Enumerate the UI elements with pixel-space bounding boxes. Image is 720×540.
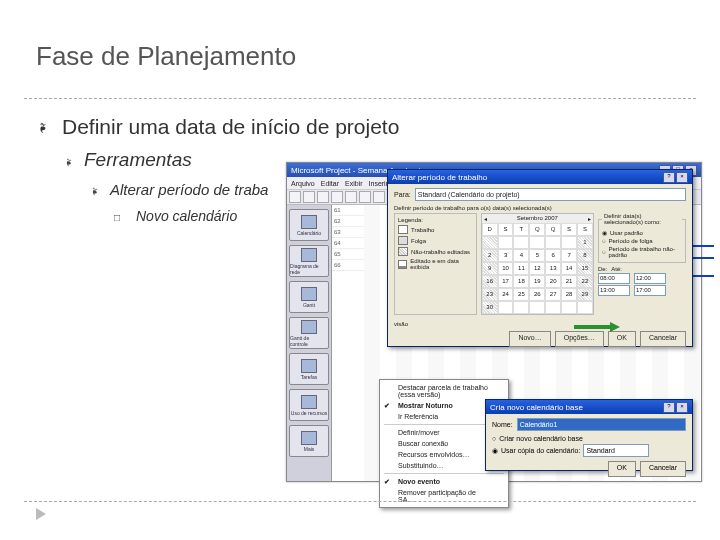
app-sidebar: Calendário Diagrama de rede Gantt Gantt …: [287, 205, 332, 481]
menu-item[interactable]: Destacar parcela de trabalho (essa versã…: [380, 382, 508, 400]
toolbar-button[interactable]: [303, 191, 315, 203]
hint-text: Definir período de trabalho para o(s) da…: [394, 205, 686, 211]
bullet-icon: [88, 181, 110, 198]
swatch-icon: [398, 247, 408, 256]
change-working-time-dialog: Alterar período de trabalho ?× Para: Sta…: [387, 169, 693, 347]
sidebar-item[interactable]: Gantt: [289, 281, 329, 313]
prev-month-icon[interactable]: ◂: [484, 215, 487, 222]
annotation-arrow-icon: [574, 322, 620, 332]
calendar-select[interactable]: Standard (Calendário do projeto): [415, 188, 686, 201]
swatch-icon: [398, 236, 408, 245]
sidebar-item[interactable]: Gantt de controle: [289, 317, 329, 349]
time-from-2[interactable]: 13:00: [598, 285, 630, 296]
bullet-lvl3: Alterar período de traba: [110, 181, 268, 198]
toolbar-button[interactable]: [345, 191, 357, 203]
slide-title: Fase de Planejamento: [0, 17, 720, 80]
task-row[interactable]: 65: [332, 249, 364, 260]
close-icon[interactable]: ×: [676, 172, 688, 183]
ok-button[interactable]: OK: [608, 461, 636, 477]
task-row[interactable]: 61: [332, 205, 364, 216]
menu-item[interactable]: Inserir: [369, 180, 388, 187]
new-calendar-dialog: Cria novo calendário base ?× Nome: Calen…: [485, 399, 693, 471]
toolbar-button[interactable]: [289, 191, 301, 203]
sidebar-item[interactable]: Diagrama de rede: [289, 245, 329, 277]
copy-select[interactable]: Standard: [583, 444, 649, 457]
sidebar-item[interactable]: Calendário: [289, 209, 329, 241]
radio-nonstd[interactable]: ○Período de trabalho não-padrão: [602, 246, 682, 258]
gantt-icon: [301, 287, 317, 301]
legend: Legenda: Trabalho Folga Não-trabalho edi…: [394, 213, 477, 315]
dialog-title: Alterar período de trabalho: [392, 173, 487, 182]
bullet-icon: [36, 115, 62, 139]
bullet-lvl4: Novo calendário: [136, 208, 237, 224]
para-label: Para:: [394, 191, 411, 198]
help-icon[interactable]: ?: [663, 172, 675, 183]
task-row[interactable]: 64: [332, 238, 364, 249]
swatch-icon: [398, 225, 408, 234]
dialog-title: Cria novo calendário base: [490, 403, 583, 412]
footer-divider: [24, 501, 696, 502]
cancel-button[interactable]: Cancelar: [640, 461, 686, 477]
new-button[interactable]: Novo…: [509, 331, 550, 347]
sidebar-item[interactable]: Tarefas: [289, 353, 329, 385]
swatch-icon: [398, 260, 407, 269]
time-to-2[interactable]: 17:00: [634, 285, 666, 296]
sidebar-item[interactable]: Mais: [289, 425, 329, 457]
next-month-icon[interactable]: ▸: [588, 215, 591, 222]
task-row[interactable]: 66: [332, 260, 364, 271]
bullet-icon: [62, 149, 84, 171]
toolbar-button[interactable]: [317, 191, 329, 203]
menu-item[interactable]: Remover participação de SA…: [380, 487, 508, 505]
bullet-icon: [114, 208, 136, 224]
bullet-lvl1: Definir uma data de início de projeto: [62, 115, 399, 139]
ok-button[interactable]: OK: [608, 331, 636, 347]
more-icon: [301, 431, 317, 445]
play-icon: [36, 508, 46, 520]
time-from-1[interactable]: 08:00: [598, 273, 630, 284]
options-button[interactable]: Opções…: [555, 331, 604, 347]
menu-item[interactable]: Arquivo: [291, 180, 315, 187]
menu-item[interactable]: Editar: [321, 180, 339, 187]
bullet-lvl2: Ferramentas: [84, 149, 192, 171]
time-to-1[interactable]: 12:00: [634, 273, 666, 284]
radio-folga[interactable]: ○Período de folga: [602, 238, 682, 244]
toolbar-button[interactable]: [373, 191, 385, 203]
radio-new-base[interactable]: ○Criar novo calendário base: [492, 435, 686, 442]
tasks-icon: [301, 359, 317, 373]
settings-column: Definir data(s) selecionado(s) como: ◉Us…: [598, 213, 686, 315]
cancel-button[interactable]: Cancelar: [640, 331, 686, 347]
name-label: Nome:: [492, 421, 513, 428]
toolbar-button[interactable]: [331, 191, 343, 203]
task-row[interactable]: 62: [332, 216, 364, 227]
resources-icon: [301, 395, 317, 409]
menu-item[interactable]: Exibir: [345, 180, 363, 187]
mini-calendar[interactable]: ◂Setembro 2007▸ DSTQQSS 1 2345678 910111…: [481, 213, 594, 315]
close-icon[interactable]: ×: [676, 402, 688, 413]
diagram-icon: [301, 248, 317, 262]
legend-title: Legenda:: [398, 217, 473, 223]
calendar-icon: [301, 215, 317, 229]
gantt-control-icon: [301, 320, 317, 334]
toolbar-button[interactable]: [359, 191, 371, 203]
sidebar-item[interactable]: Uso de recursos: [289, 389, 329, 421]
embedded-screenshot: Microsoft Project - Semana Academica.mpp…: [286, 162, 702, 482]
task-row[interactable]: 63: [332, 227, 364, 238]
help-icon[interactable]: ?: [663, 402, 675, 413]
preview-label: visão: [394, 321, 686, 327]
radio-default[interactable]: ◉Usar padrão: [602, 229, 682, 236]
name-input[interactable]: Calendário1: [517, 418, 686, 431]
radio-copy[interactable]: ◉Usar cópia do calendário:Standard: [492, 444, 686, 457]
